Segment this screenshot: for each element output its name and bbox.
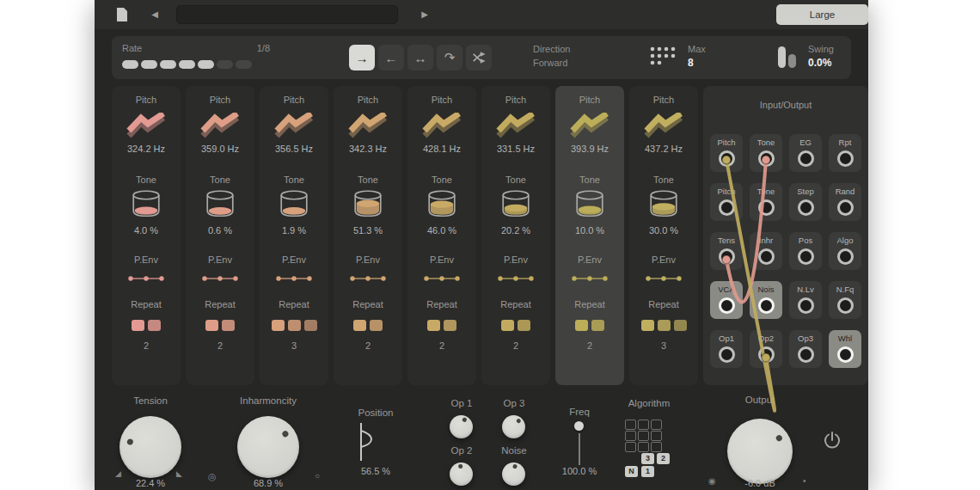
step-column[interactable]: Pitch 324.2 Hz Tone 4.0 % P.Env Repeat 2 [112, 86, 181, 385]
io-button-pitch-in[interactable]: Pitch [710, 183, 743, 221]
io-button-tens[interactable]: Tens [710, 232, 743, 270]
algorithm-node-1[interactable]: 1 [641, 466, 654, 477]
tone-cup-icon[interactable] [573, 187, 606, 220]
rate-segment[interactable] [160, 60, 176, 69]
repeat-squares[interactable] [132, 320, 161, 331]
tone-cup-icon[interactable] [647, 187, 680, 220]
repeat-squares[interactable] [353, 320, 383, 331]
op3-knob[interactable] [502, 415, 525, 438]
jack-icon[interactable] [719, 248, 735, 265]
algorithm-cell[interactable] [651, 420, 662, 430]
io-button-whl[interactable]: Whl [829, 330, 861, 368]
preset-forward-button[interactable]: ▶ [414, 5, 435, 24]
algorithm-cell[interactable] [651, 431, 662, 441]
direction-pingpong-button[interactable]: ↔ [407, 45, 433, 70]
step-column[interactable]: Pitch 428.1 Hz Tone 46.0 % P.Env Repeat … [407, 86, 476, 385]
repeat-square[interactable] [591, 320, 604, 331]
repeat-square[interactable] [288, 320, 301, 331]
io-button-step[interactable]: Step [789, 183, 822, 221]
repeat-squares[interactable] [501, 320, 530, 331]
step-column[interactable]: Pitch 331.5 Hz Tone 20.2 % P.Env Repeat … [481, 86, 550, 385]
io-button-nlv[interactable]: N.Lv [789, 281, 822, 319]
pitch-wave-icon[interactable] [570, 113, 609, 138]
io-button-rand[interactable]: Rand [829, 183, 861, 221]
pitch-wave-icon[interactable] [422, 113, 462, 138]
repeat-square[interactable] [518, 320, 530, 331]
rate-segment[interactable] [217, 60, 233, 69]
algorithm-cell[interactable] [625, 431, 636, 441]
rate-slider[interactable] [122, 60, 252, 69]
algorithm-node-3[interactable]: 3 [641, 453, 654, 464]
op1-knob[interactable] [450, 415, 473, 438]
tone-cup-icon[interactable] [278, 187, 310, 220]
swing-icon[interactable] [778, 46, 796, 68]
op2-knob[interactable] [450, 462, 473, 486]
jack-icon[interactable] [719, 346, 735, 363]
io-button-op3[interactable]: Op3 [789, 330, 822, 368]
io-button-vca[interactable]: VCA [710, 281, 743, 319]
repeat-square[interactable] [148, 320, 161, 331]
rate-segment[interactable] [236, 60, 252, 69]
algorithm-cell[interactable] [638, 442, 649, 452]
position-curve-icon[interactable] [355, 421, 381, 462]
io-button-pos[interactable]: Pos [789, 232, 822, 270]
power-button[interactable] [822, 430, 842, 450]
rate-segment[interactable] [122, 60, 138, 69]
tension-knob[interactable] [119, 416, 181, 478]
jack-icon[interactable] [719, 150, 735, 167]
tone-cup-icon[interactable] [426, 187, 458, 220]
repeat-squares[interactable] [272, 320, 317, 331]
pitch-wave-icon[interactable] [274, 113, 314, 138]
algorithm-cell[interactable] [638, 420, 649, 430]
algorithm-cell[interactable] [625, 442, 636, 452]
direction-backward-button[interactable]: ← [378, 45, 404, 70]
pitch-wave-icon[interactable] [348, 113, 388, 138]
io-button-op1[interactable]: Op1 [710, 330, 743, 368]
step-column[interactable]: Pitch 359.0 Hz Tone 0.6 % P.Env Repeat 2 [186, 86, 254, 385]
repeat-square[interactable] [444, 320, 456, 331]
step-column[interactable]: Pitch 342.3 Hz Tone 51.3 % P.Env Repeat … [334, 86, 402, 385]
tone-cup-icon[interactable] [204, 187, 236, 220]
preset-field[interactable] [176, 5, 398, 24]
repeat-square[interactable] [370, 320, 383, 331]
jack-icon[interactable] [719, 297, 735, 314]
algorithm-node-n[interactable]: N [625, 466, 638, 477]
output-knob[interactable] [727, 419, 793, 484]
jack-icon[interactable] [837, 150, 854, 167]
direction-pendulum-button[interactable]: ↷ [437, 45, 462, 70]
freq-slider-track[interactable] [579, 433, 580, 465]
step-column[interactable]: Pitch 437.2 Hz Tone 30.0 % P.Env Repeat … [629, 86, 698, 385]
direction-forward-button[interactable]: → [349, 45, 375, 70]
step-column[interactable]: Pitch 393.9 Hz Tone 10.0 % P.Env Repeat … [555, 86, 624, 385]
pitch-env-icon[interactable] [571, 273, 609, 284]
jack-icon[interactable] [758, 248, 775, 265]
pitch-wave-icon[interactable] [644, 113, 683, 138]
tone-cup-icon[interactable] [130, 187, 162, 220]
jack-icon[interactable] [798, 297, 814, 314]
pitch-env-icon[interactable] [423, 273, 461, 284]
pitch-env-icon[interactable] [645, 273, 683, 284]
repeat-square[interactable] [641, 320, 654, 331]
repeat-squares[interactable] [205, 320, 235, 331]
repeat-square[interactable] [304, 320, 317, 331]
pitch-env-icon[interactable] [497, 273, 535, 284]
pitch-env-icon[interactable] [349, 273, 387, 284]
inharmonicity-knob[interactable] [237, 416, 299, 478]
io-button-op2[interactable]: Op2 [750, 330, 782, 368]
jack-icon[interactable] [719, 199, 735, 216]
repeat-squares[interactable] [575, 320, 604, 331]
io-button-inhr[interactable]: Inhr [750, 232, 782, 270]
jack-icon[interactable] [758, 150, 775, 167]
rate-segment[interactable] [179, 60, 195, 69]
algorithm-cell[interactable] [625, 420, 636, 430]
size-button[interactable]: Large [776, 4, 868, 25]
repeat-square[interactable] [132, 320, 144, 331]
repeat-square[interactable] [427, 320, 440, 331]
io-button-tone-in[interactable]: Tone [750, 183, 782, 221]
noise-knob[interactable] [502, 462, 525, 486]
io-button-nfq[interactable]: N.Fq [829, 281, 861, 319]
file-icon[interactable] [115, 7, 129, 22]
repeat-square[interactable] [575, 320, 588, 331]
algorithm-cell[interactable] [651, 442, 662, 452]
repeat-square[interactable] [501, 320, 514, 331]
